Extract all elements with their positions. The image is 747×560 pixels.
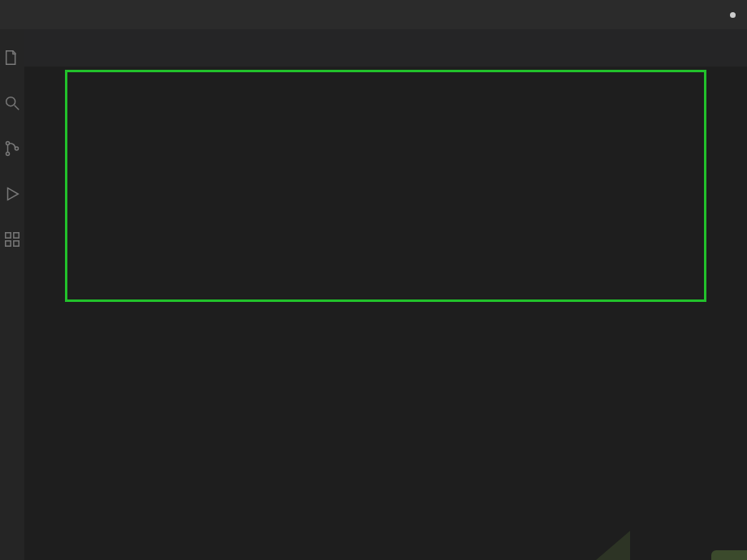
search-icon[interactable]	[3, 94, 21, 112]
explorer-icon[interactable]	[3, 49, 21, 67]
menu-bar	[0, 0, 747, 29]
svg-rect-6	[6, 241, 11, 246]
source-control-icon[interactable]	[3, 140, 21, 157]
title-bar-filename	[730, 12, 741, 18]
watermark-decoration	[596, 531, 630, 560]
svg-point-0	[6, 97, 15, 106]
dirty-dot-icon	[730, 12, 736, 18]
tab-bar	[24, 29, 747, 67]
svg-rect-7	[14, 241, 19, 246]
svg-point-2	[6, 152, 9, 155]
annotation-highlight-box	[65, 70, 706, 302]
svg-rect-5	[14, 233, 19, 238]
editor-area	[24, 29, 747, 560]
run-debug-icon[interactable]	[3, 185, 21, 203]
watermark	[711, 550, 747, 560]
activity-bar	[0, 29, 24, 560]
editor-wrap	[24, 67, 747, 560]
extensions-icon[interactable]	[3, 230, 21, 248]
svg-rect-4	[6, 233, 11, 238]
svg-point-1	[6, 142, 9, 145]
